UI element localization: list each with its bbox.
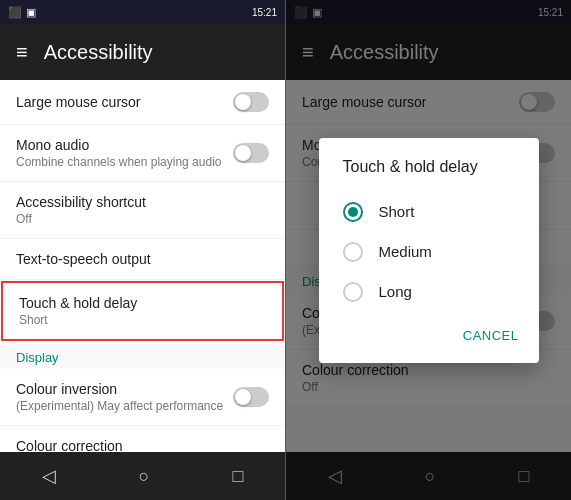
section-header-display: Display [0, 342, 285, 369]
right-panel: ⬛ ▣ 15:21 ≡ Accessibility Large mouse cu… [286, 0, 571, 500]
option-label-short: Short [379, 203, 415, 220]
setting-subtitle: Combine channels when playing audio [16, 155, 221, 169]
dialog-option-short[interactable]: Short [327, 192, 531, 232]
page-title-left: Accessibility [44, 41, 269, 64]
dialog-options: Short Medium Long [319, 192, 539, 312]
home-button-left[interactable]: ○ [139, 466, 150, 487]
setting-title: Touch & hold delay [19, 295, 266, 311]
setting-title: Colour correction [16, 438, 269, 452]
toggle-mono-audio[interactable] [233, 143, 269, 163]
radio-medium[interactable] [343, 242, 363, 262]
setting-tts[interactable]: Text-to-speech output [0, 239, 285, 280]
setting-title: Text-to-speech output [16, 251, 269, 267]
dialog-actions: CANCEL [319, 312, 539, 355]
dialog-title: Touch & hold delay [319, 158, 539, 192]
dialog-option-medium[interactable]: Medium [327, 232, 531, 272]
setting-colour-inversion[interactable]: Colour inversion (Experimental) May affe… [0, 369, 285, 426]
touch-hold-dialog: Touch & hold delay Short Medium Lo [319, 138, 539, 363]
setting-title: Mono audio [16, 137, 221, 153]
setting-subtitle: Off [16, 212, 269, 226]
toggle-colour-inversion[interactable] [233, 387, 269, 407]
option-label-long: Long [379, 283, 412, 300]
cancel-button[interactable]: CANCEL [451, 320, 531, 351]
settings-list-left: Large mouse cursor Mono audio Combine ch… [0, 80, 285, 452]
radio-short[interactable] [343, 202, 363, 222]
recent-button-left[interactable]: □ [233, 466, 244, 487]
setting-large-mouse-cursor[interactable]: Large mouse cursor [0, 80, 285, 125]
nav-bar-left: ◁ ○ □ [0, 452, 285, 500]
time-left: 15:21 [252, 7, 277, 18]
setting-subtitle: (Experimental) May affect performance [16, 399, 223, 413]
setting-colour-correction[interactable]: Colour correction Off [0, 426, 285, 452]
portrait-icon: ▣ [26, 6, 36, 19]
dialog-overlay: Touch & hold delay Short Medium Lo [286, 0, 571, 500]
setting-title: Accessibility shortcut [16, 194, 269, 210]
setting-mono-audio[interactable]: Mono audio Combine channels when playing… [0, 125, 285, 182]
setting-title: Colour inversion [16, 381, 223, 397]
dialog-option-long[interactable]: Long [327, 272, 531, 312]
header-left: ≡ Accessibility [0, 24, 285, 80]
radio-inner-short [348, 207, 358, 217]
setting-title: Large mouse cursor [16, 94, 141, 110]
menu-icon-left[interactable]: ≡ [16, 41, 28, 64]
status-icons-left: ⬛ ▣ [8, 6, 36, 19]
setting-subtitle: Short [19, 313, 266, 327]
toggle-large-mouse-cursor[interactable] [233, 92, 269, 112]
status-icons-right: 15:21 [252, 7, 277, 18]
notification-icon: ⬛ [8, 6, 22, 19]
back-button-left[interactable]: ◁ [42, 465, 56, 487]
radio-long[interactable] [343, 282, 363, 302]
option-label-medium: Medium [379, 243, 432, 260]
left-panel: ⬛ ▣ 15:21 ≡ Accessibility Large mouse cu… [0, 0, 285, 500]
setting-touch-hold-delay[interactable]: Touch & hold delay Short [1, 281, 284, 341]
status-bar-left: ⬛ ▣ 15:21 [0, 0, 285, 24]
setting-accessibility-shortcut[interactable]: Accessibility shortcut Off [0, 182, 285, 239]
